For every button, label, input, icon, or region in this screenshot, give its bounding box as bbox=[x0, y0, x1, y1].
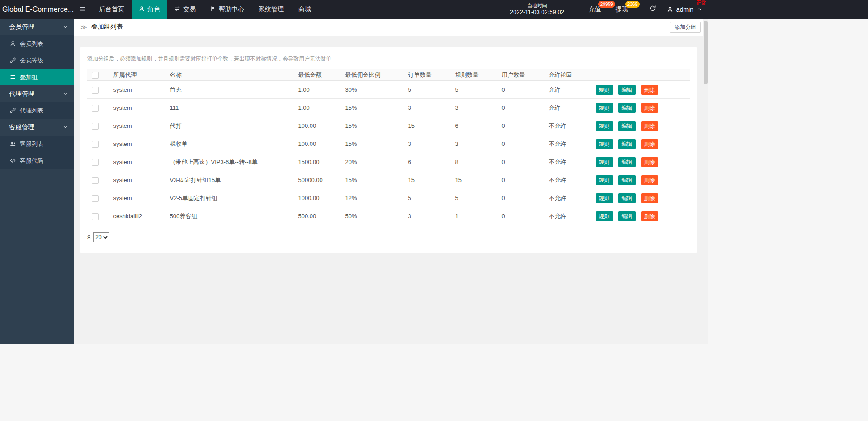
nav-tab-roles[interactable]: 角色 bbox=[132, 0, 167, 19]
users-icon bbox=[10, 141, 16, 147]
group-list-card: 添加分组后，必须添加规则，并且规则需要对应好打单个数，若出现不对称情况，会导致用… bbox=[80, 47, 697, 253]
sidebar-group-support-management[interactable]: 客服管理 bbox=[0, 119, 74, 136]
row-checkbox[interactable] bbox=[92, 213, 99, 220]
vertical-scrollbar[interactable] bbox=[703, 19, 708, 344]
nav-tab-trade[interactable]: 交易 bbox=[167, 0, 203, 19]
cell-rules: 5 bbox=[451, 81, 497, 99]
nav-tab-help-center[interactable]: 帮助中心 bbox=[203, 0, 251, 19]
user-menu[interactable]: admin bbox=[661, 6, 708, 13]
row-checkbox[interactable] bbox=[92, 141, 99, 148]
cell-users: 0 bbox=[497, 135, 544, 153]
row-checkbox[interactable] bbox=[92, 195, 99, 202]
sidebar-group-member-management[interactable]: 会员管理 bbox=[0, 19, 74, 35]
row-checkbox[interactable] bbox=[92, 123, 99, 130]
cell-min-amount: 1000.00 bbox=[294, 189, 341, 207]
delete-button[interactable]: 删除 bbox=[641, 103, 658, 113]
rule-button[interactable]: 规则 bbox=[596, 85, 613, 95]
delete-button[interactable]: 删除 bbox=[641, 121, 658, 131]
row-checkbox[interactable] bbox=[92, 159, 99, 166]
rule-button[interactable]: 规则 bbox=[596, 139, 613, 149]
nav-tab-mall[interactable]: 商城 bbox=[291, 0, 318, 19]
sidebar-item-label: 客服代码 bbox=[20, 157, 43, 165]
cell-users: 0 bbox=[497, 171, 544, 189]
sidebar-item-stack-group[interactable]: 叠加组 bbox=[0, 69, 74, 85]
recharge-button[interactable]: 充值 29959 bbox=[581, 0, 609, 19]
table-row: system 代打 100.00 15% 15 6 0 不允许 规则编辑删除 bbox=[87, 117, 690, 135]
withdraw-button[interactable]: 提现 2369 bbox=[609, 0, 636, 19]
table-row: system V2-5单固定打针组 1000.00 12% 5 5 0 不允许 … bbox=[87, 189, 690, 207]
cell-rules: 1 bbox=[451, 207, 497, 225]
refresh-button[interactable] bbox=[649, 5, 656, 14]
cell-orders: 15 bbox=[404, 117, 451, 135]
edit-button[interactable]: 编辑 bbox=[618, 211, 636, 221]
sidebar-item-member-level[interactable]: 会员等级 bbox=[0, 52, 74, 69]
scrollbar-thumb[interactable] bbox=[704, 21, 708, 84]
cell-orders: 6 bbox=[404, 153, 451, 171]
cell-loop: 不允许 bbox=[544, 189, 591, 207]
table-row: system 税收单 100.00 15% 3 3 0 不允许 规则编辑删除 bbox=[87, 135, 690, 153]
page-size-select[interactable]: 20 bbox=[93, 232, 109, 242]
sidebar-item-support-code[interactable]: 客服代码 bbox=[0, 152, 74, 169]
delete-button[interactable]: 删除 bbox=[641, 193, 658, 203]
delete-button[interactable]: 删除 bbox=[641, 139, 658, 149]
rule-button[interactable]: 规则 bbox=[596, 175, 613, 185]
page-title: 叠加组列表 bbox=[91, 23, 123, 31]
row-checkbox[interactable] bbox=[92, 105, 99, 112]
row-checkbox[interactable] bbox=[92, 87, 99, 94]
edit-button[interactable]: 编辑 bbox=[618, 85, 636, 95]
cell-agent: system bbox=[109, 81, 165, 99]
delete-button[interactable]: 删除 bbox=[641, 211, 658, 221]
hamburger-icon bbox=[79, 6, 86, 13]
app-logo: Global E-Commerce... bbox=[0, 0, 74, 19]
cell-name: 500养客组 bbox=[165, 207, 294, 225]
delete-button[interactable]: 删除 bbox=[641, 85, 658, 95]
chevron-up-icon bbox=[697, 7, 702, 12]
status-badge: 正常 bbox=[696, 0, 706, 6]
sidebar-item-agent-list[interactable]: 代理列表 bbox=[0, 102, 74, 119]
chevron-down-icon bbox=[63, 91, 68, 96]
rule-button[interactable]: 规则 bbox=[596, 103, 613, 113]
cell-agent: system bbox=[109, 99, 165, 117]
cell-rules: 3 bbox=[451, 99, 497, 117]
sidebar: 会员管理 会员列表 会员等级 叠加组 代理管理 代理列表 客服管理 客服列表 客… bbox=[0, 19, 74, 344]
sidebar-item-support-list[interactable]: 客服列表 bbox=[0, 136, 74, 152]
delete-button[interactable]: 删除 bbox=[641, 157, 658, 167]
link-icon bbox=[10, 57, 16, 63]
edit-button[interactable]: 编辑 bbox=[618, 175, 636, 185]
row-checkbox[interactable] bbox=[92, 177, 99, 184]
sidebar-item-member-list[interactable]: 会员列表 bbox=[0, 35, 74, 52]
edit-button[interactable]: 编辑 bbox=[618, 139, 636, 149]
nav-tab-dashboard[interactable]: 后台首页 bbox=[92, 0, 132, 19]
edit-button[interactable]: 编辑 bbox=[618, 121, 636, 131]
nav-tab-label: 商城 bbox=[298, 5, 311, 14]
cell-min-amount: 1.00 bbox=[294, 81, 341, 99]
edit-button[interactable]: 编辑 bbox=[618, 103, 636, 113]
cell-loop: 允许 bbox=[544, 99, 591, 117]
code-icon bbox=[10, 158, 16, 164]
cell-loop: 不允许 bbox=[544, 117, 591, 135]
select-all-checkbox[interactable] bbox=[92, 72, 99, 79]
breadcrumb: ≫ 叠加组列表 添加分组 bbox=[74, 19, 708, 36]
cell-min-commission: 15% bbox=[341, 135, 404, 153]
edit-button[interactable]: 编辑 bbox=[618, 193, 636, 203]
rule-button[interactable]: 规则 bbox=[596, 193, 613, 203]
rule-button[interactable]: 规则 bbox=[596, 211, 613, 221]
rule-button[interactable]: 规则 bbox=[596, 121, 613, 131]
sidebar-toggle-button[interactable] bbox=[74, 0, 91, 19]
cell-min-commission: 30% bbox=[341, 81, 404, 99]
cell-orders: 3 bbox=[404, 135, 451, 153]
sidebar-item-label: 会员列表 bbox=[20, 40, 43, 48]
edit-button[interactable]: 编辑 bbox=[618, 157, 636, 167]
cell-min-amount: 100.00 bbox=[294, 117, 341, 135]
nav-tab-system[interactable]: 系统管理 bbox=[251, 0, 291, 19]
add-group-button[interactable]: 添加分组 bbox=[670, 22, 701, 33]
sidebar-group-agent-management[interactable]: 代理管理 bbox=[0, 85, 74, 102]
delete-button[interactable]: 删除 bbox=[641, 175, 658, 185]
cell-rules: 3 bbox=[451, 135, 497, 153]
cell-agent: system bbox=[109, 189, 165, 207]
cell-min-commission: 15% bbox=[341, 117, 404, 135]
col-header-loop: 允许轮回 bbox=[544, 69, 591, 81]
sidebar-item-label: 会员等级 bbox=[20, 56, 43, 65]
rule-button[interactable]: 规则 bbox=[596, 157, 613, 167]
breadcrumb-icon: ≫ bbox=[80, 23, 87, 31]
